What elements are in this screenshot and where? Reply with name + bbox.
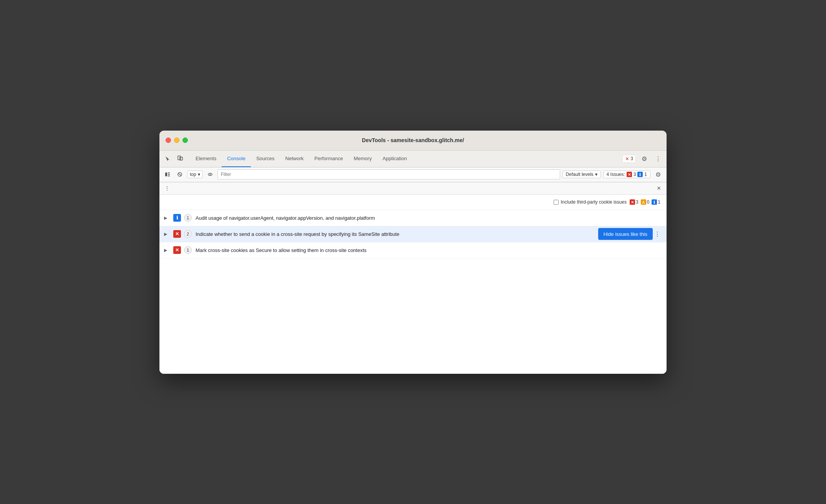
context-label: top (190, 172, 196, 177)
issue-type-red-icon: ✕ (173, 230, 181, 238)
tab-tool-icons (163, 151, 190, 167)
issue-type-red-icon: ✕ (173, 246, 181, 254)
error-count: 3 (630, 156, 633, 161)
svg-point-9 (209, 174, 211, 175)
issue-text: Audit usage of navigator.userAgent, navi… (196, 215, 662, 221)
device-icon[interactable] (175, 153, 186, 164)
context-selector[interactable]: top ▾ (187, 171, 203, 178)
settings-icon[interactable]: ⚙ (639, 153, 650, 164)
issues-error-icon: ✕ (627, 172, 632, 177)
issue-text: Mark cross-site cookies as Secure to all… (196, 247, 662, 253)
issue-count-badge: 1 (184, 214, 192, 222)
row-expand-icon: ▶ (164, 248, 170, 253)
svg-rect-5 (168, 176, 170, 176)
clear-console-btn[interactable] (175, 169, 185, 179)
issues-label: 4 Issues: (607, 172, 625, 177)
tab-right-icons: ✕ 3 ⚙ ⋮ (622, 151, 663, 167)
console-sidebar-toggle[interactable] (163, 169, 172, 179)
issues-red-count: 3 (636, 199, 639, 205)
issues-red-icon: ✕ (630, 199, 635, 205)
cursor-icon[interactable] (163, 153, 173, 164)
tab-network[interactable]: Network (280, 151, 309, 167)
include-third-party-checkbox[interactable] (554, 200, 559, 205)
issues-orange-count: 0 (647, 199, 650, 205)
minimize-button[interactable] (174, 138, 179, 143)
levels-arrow: ▾ (595, 172, 597, 177)
svg-line-7 (179, 173, 181, 176)
issue-text: Indicate whether to send a cookie in a c… (196, 231, 653, 237)
svg-rect-2 (165, 172, 167, 176)
more-icon[interactable]: ⋮ (653, 153, 663, 164)
error-icon: ✕ (625, 156, 629, 162)
row-expand-icon: ▶ (164, 216, 170, 220)
issues-expand-bar: ⋮ × (159, 182, 667, 195)
issues-blue-icon: ℹ (652, 199, 657, 205)
svg-rect-3 (168, 172, 170, 173)
console-settings-icon[interactable]: ⚙ (653, 169, 663, 180)
error-count-badge[interactable]: ✕ 3 (622, 155, 636, 163)
issue-more-btn[interactable]: ⋮ (653, 229, 662, 239)
issues-close-btn[interactable]: × (654, 184, 663, 193)
tab-performance[interactable]: Performance (309, 151, 348, 167)
row-expand-icon: ▶ (164, 232, 170, 237)
include-third-party-text: Include third-party cookie issues (561, 199, 627, 205)
tab-bar: Elements Console Sources Network Perform… (159, 151, 667, 167)
include-third-party-label[interactable]: Include third-party cookie issues (554, 199, 627, 205)
tab-memory[interactable]: Memory (348, 151, 377, 167)
tab-elements[interactable]: Elements (190, 151, 222, 167)
issues-more-btn[interactable]: ⋮ (163, 184, 172, 193)
issue-type-blue-icon: ℹ (173, 214, 181, 222)
issues-info-count: 1 (644, 172, 647, 177)
issues-info-icon: ℹ (637, 172, 643, 177)
svg-rect-4 (168, 174, 170, 175)
traffic-lights (166, 138, 188, 143)
close-button[interactable] (166, 138, 171, 143)
tab-spacer (412, 151, 622, 167)
dropdown-arrow: ▾ (198, 172, 200, 177)
title-bar: DevTools - samesite-sandbox.glitch.me/ (159, 131, 667, 151)
tab-sources[interactable]: Sources (251, 151, 280, 167)
maximize-button[interactable] (182, 138, 188, 143)
issue-row-highlighted[interactable]: ▶ ✕ 2 Indicate whether to send a cookie … (159, 226, 667, 242)
hide-issues-tooltip[interactable]: Hide issues like this (598, 228, 653, 240)
window-title: DevTools - samesite-sandbox.glitch.me/ (362, 137, 464, 143)
issues-error-count: 3 (634, 172, 636, 177)
issue-count-badge: 1 (184, 246, 192, 254)
empty-area (159, 259, 667, 374)
levels-label: Default levels (566, 172, 594, 177)
filter-input[interactable] (217, 169, 560, 179)
issues-include-bar: Include third-party cookie issues ✕ 3 ⚠ … (159, 195, 667, 210)
devtools-window: DevTools - samesite-sandbox.glitch.me/ E… (159, 131, 667, 374)
issues-orange-icon: ⚠ (641, 199, 646, 205)
log-levels-dropdown[interactable]: Default levels ▾ (562, 171, 601, 178)
svg-rect-0 (178, 156, 181, 160)
tab-console[interactable]: Console (222, 151, 251, 167)
tab-application[interactable]: Application (377, 151, 413, 167)
issues-badge[interactable]: 4 Issues: ✕ 3 ℹ 1 (603, 171, 650, 178)
issue-row[interactable]: ▶ ✕ 1 Mark cross-site cookies as Secure … (159, 242, 667, 259)
issue-count-badge: 2 (184, 230, 192, 238)
eye-icon[interactable] (205, 169, 215, 179)
main-content: ⋮ × Include third-party cookie issues ✕ … (159, 182, 667, 374)
issues-list: ▶ ℹ 1 Audit usage of navigator.userAgent… (159, 210, 667, 259)
issue-row[interactable]: ▶ ℹ 1 Audit usage of navigator.userAgent… (159, 210, 667, 226)
issues-summary-badge: ✕ 3 ⚠ 0 ℹ 1 (630, 199, 660, 205)
console-toolbar: top ▾ Default levels ▾ 4 Issues: ✕ 3 ℹ 1… (159, 167, 667, 182)
issues-blue-count: 1 (658, 199, 660, 205)
